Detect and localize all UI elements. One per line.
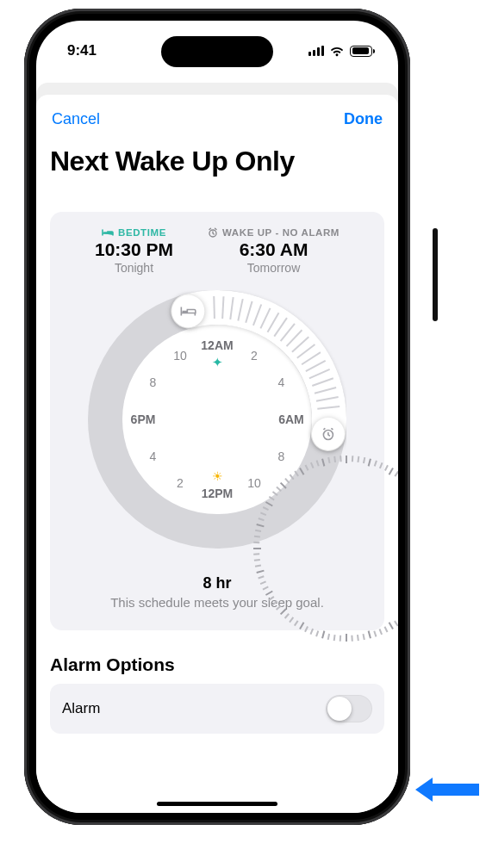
wakeup-column: WAKE UP - NO ALARM 6:30 AM Tomorrow	[208, 227, 340, 275]
status-time: 9:41	[67, 42, 97, 59]
wakeup-value: 6:30 AM	[208, 239, 340, 260]
wakeup-label: WAKE UP - NO ALARM	[222, 227, 340, 238]
sleep-duration: 8 hr	[60, 574, 374, 592]
page-title: Next Wake Up Only	[50, 146, 384, 177]
sleep-goal-block: 8 hr This schedule meets your sleep goal…	[60, 574, 374, 610]
svg-line-2	[222, 296, 223, 319]
svg-line-1	[214, 296, 215, 319]
schedule-card: BEDTIME 10:30 PM Tonight WAKE UP - NO AL…	[50, 212, 384, 630]
sleep-dial[interactable]: 12AM246AM81012PM246PM810 ✦ ☀	[88, 290, 346, 549]
wifi-icon	[329, 46, 345, 57]
bedtime-sub: Tonight	[95, 261, 173, 275]
modal-sheet: Cancel Done Next Wake Up Only BEDTIME 10…	[36, 95, 398, 813]
phone-frame: 9:41 Cancel Done Next Wake Up Only	[24, 9, 410, 825]
annotation-arrow	[414, 775, 481, 804]
alarm-options-heading: Alarm Options	[50, 654, 384, 675]
home-indicator[interactable]	[157, 802, 277, 806]
battery-icon	[350, 46, 372, 57]
alarm-toggle-row[interactable]: Alarm	[50, 684, 384, 734]
nav-bar: Cancel Done	[50, 107, 384, 132]
bedtime-handle[interactable]	[171, 294, 204, 327]
wakeup-sub: Tomorrow	[208, 261, 340, 275]
cancel-button[interactable]: Cancel	[50, 107, 102, 132]
wakeup-handle[interactable]	[312, 418, 345, 450]
alarm-row-label: Alarm	[62, 700, 100, 717]
power-button	[433, 228, 438, 321]
alarm-icon	[208, 227, 218, 238]
bedtime-column: BEDTIME 10:30 PM Tonight	[95, 227, 173, 275]
done-button[interactable]: Done	[342, 107, 384, 132]
dynamic-island	[161, 36, 273, 67]
bed-icon	[102, 228, 114, 237]
sleep-goal-text: This schedule meets your sleep goal.	[60, 595, 374, 610]
screen: 9:41 Cancel Done Next Wake Up Only	[36, 21, 398, 813]
bedtime-label: BEDTIME	[118, 227, 166, 238]
alarm-switch[interactable]	[326, 695, 372, 722]
svg-point-21	[171, 294, 204, 327]
cellular-signal-icon	[308, 46, 324, 56]
sleep-arc[interactable]	[88, 290, 346, 549]
bedtime-value: 10:30 PM	[95, 239, 173, 260]
